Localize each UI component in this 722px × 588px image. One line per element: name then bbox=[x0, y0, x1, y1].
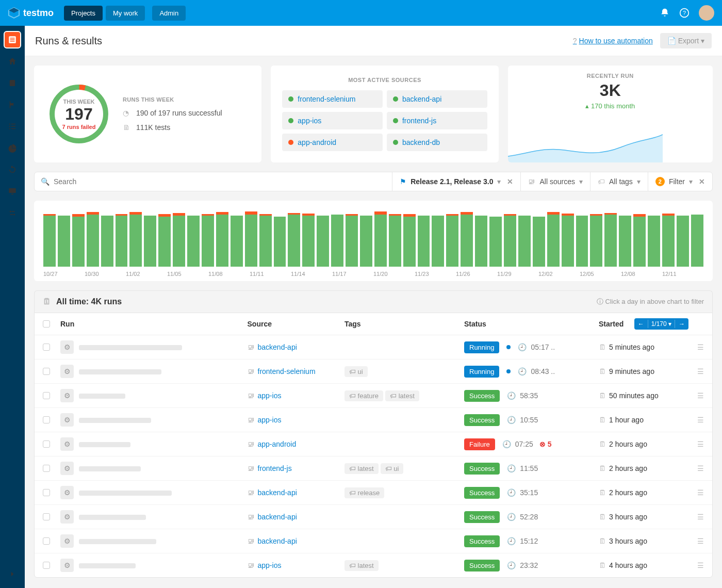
source-link[interactable]: 🖳backend-api bbox=[248, 488, 345, 497]
row-checkbox[interactable] bbox=[43, 416, 50, 423]
gear-button[interactable]: ⚙ bbox=[60, 437, 74, 451]
bar[interactable] bbox=[274, 210, 286, 267]
bar[interactable] bbox=[418, 210, 430, 267]
bar[interactable] bbox=[547, 210, 560, 267]
tag-chip[interactable]: 🏷 release bbox=[344, 487, 384, 498]
source-chip[interactable]: app-ios bbox=[282, 112, 383, 129]
table-row[interactable]: ⚙ 🖳backend-api 🏷 release Success🕘35:15 🗓… bbox=[35, 481, 712, 505]
bar[interactable] bbox=[173, 210, 185, 267]
row-checkbox[interactable] bbox=[43, 465, 50, 472]
sidebar-list-icon[interactable] bbox=[4, 118, 21, 135]
source-link[interactable]: 🖳frontend-selenium bbox=[248, 367, 345, 375]
source-chip[interactable]: app-android bbox=[282, 134, 383, 151]
bar[interactable] bbox=[245, 210, 257, 267]
row-checkbox[interactable] bbox=[43, 513, 50, 520]
sidebar-flag-icon[interactable] bbox=[4, 96, 21, 113]
source-chip[interactable]: backend-db bbox=[387, 134, 487, 151]
nav-admin[interactable]: Admin bbox=[152, 6, 186, 21]
pager-prev[interactable]: ← bbox=[634, 318, 648, 330]
row-menu-icon[interactable]: ☰ bbox=[688, 513, 704, 521]
table-row[interactable]: ⚙ 🖳frontend-js 🏷 latest🏷 ui Success🕘11:5… bbox=[35, 456, 712, 481]
source-chip[interactable]: backend-api bbox=[387, 90, 487, 108]
row-menu-icon[interactable]: ☰ bbox=[688, 343, 704, 351]
export-button[interactable]: 📄 Export ▾ bbox=[660, 33, 712, 48]
bar[interactable] bbox=[129, 210, 142, 267]
sidebar-refresh-icon[interactable] bbox=[4, 161, 21, 178]
gear-button[interactable]: ⚙ bbox=[60, 510, 74, 524]
pager-next[interactable]: → bbox=[675, 318, 688, 330]
bar[interactable] bbox=[360, 210, 372, 267]
row-menu-icon[interactable]: ☰ bbox=[688, 488, 704, 497]
table-row[interactable]: ⚙ 🖳backend-api Success🕘15:12 🗓3 hours ag… bbox=[35, 529, 712, 553]
bar[interactable] bbox=[187, 210, 200, 267]
row-menu-icon[interactable]: ☰ bbox=[688, 367, 704, 375]
row-checkbox[interactable] bbox=[43, 489, 50, 496]
bar[interactable] bbox=[288, 210, 300, 267]
tag-chip[interactable]: 🏷 ui bbox=[381, 463, 404, 474]
source-link[interactable]: 🖳backend-api bbox=[248, 537, 345, 545]
filter-button[interactable]: 2 Filter ▾ ✕ bbox=[648, 172, 712, 191]
bar[interactable] bbox=[461, 210, 473, 267]
bar[interactable] bbox=[374, 210, 387, 267]
bar[interactable] bbox=[144, 210, 156, 267]
bar[interactable] bbox=[576, 210, 588, 267]
bar[interactable] bbox=[58, 210, 70, 267]
nav-mywork[interactable]: My work bbox=[106, 6, 145, 21]
source-chip[interactable]: frontend-js bbox=[387, 112, 487, 129]
table-row[interactable]: ⚙ 🖳app-ios 🏷 latest Success🕘23:32 🗓4 hou… bbox=[35, 553, 712, 577]
row-menu-icon[interactable]: ☰ bbox=[688, 440, 704, 448]
bar[interactable] bbox=[72, 210, 85, 267]
row-menu-icon[interactable]: ☰ bbox=[688, 391, 704, 400]
gear-button[interactable]: ⚙ bbox=[60, 534, 74, 548]
tag-chip[interactable]: 🏷 latest bbox=[344, 560, 379, 571]
row-menu-icon[interactable]: ☰ bbox=[688, 464, 704, 472]
row-checkbox[interactable] bbox=[43, 392, 50, 399]
bar[interactable] bbox=[590, 210, 602, 267]
bar[interactable] bbox=[216, 210, 228, 267]
bar[interactable] bbox=[403, 210, 416, 267]
row-menu-icon[interactable]: ☰ bbox=[688, 416, 704, 424]
header-tags[interactable]: Tags bbox=[344, 320, 464, 328]
header-started[interactable]: Started ← 1/170 ▾ → bbox=[599, 318, 688, 330]
bar[interactable] bbox=[259, 210, 272, 267]
table-row[interactable]: ⚙ 🖳app-ios 🏷 feature🏷 latest Success🕘58:… bbox=[35, 384, 712, 408]
bar[interactable] bbox=[504, 210, 516, 267]
gear-button[interactable]: ⚙ bbox=[60, 486, 74, 499]
sidebar-settings-icon[interactable] bbox=[4, 204, 21, 222]
bar[interactable] bbox=[331, 210, 343, 267]
gear-button[interactable]: ⚙ bbox=[60, 462, 74, 475]
sources-filter[interactable]: 🖳 All sources ▾ bbox=[520, 172, 589, 191]
bar[interactable] bbox=[158, 210, 171, 267]
source-chip[interactable]: frontend-selenium bbox=[282, 90, 383, 108]
sidebar-book-icon[interactable] bbox=[4, 74, 21, 92]
bar[interactable] bbox=[677, 210, 689, 267]
clear-icon[interactable]: ✕ bbox=[507, 177, 513, 186]
bar[interactable] bbox=[475, 210, 487, 267]
header-status[interactable]: Status bbox=[464, 320, 599, 328]
source-link[interactable]: 🖳backend-api bbox=[248, 343, 345, 351]
tags-filter[interactable]: 🏷 All tags ▾ bbox=[590, 172, 648, 191]
bar[interactable] bbox=[604, 210, 617, 267]
bar[interactable] bbox=[518, 210, 531, 267]
gear-button[interactable]: ⚙ bbox=[60, 365, 74, 378]
row-checkbox[interactable] bbox=[43, 344, 50, 351]
nav-projects[interactable]: Projects bbox=[64, 6, 103, 21]
sidebar-home-icon[interactable] bbox=[4, 53, 21, 70]
source-link[interactable]: 🖳frontend-js bbox=[248, 464, 345, 472]
user-avatar[interactable] bbox=[699, 5, 714, 21]
row-menu-icon[interactable]: ☰ bbox=[688, 561, 704, 569]
sidebar-monitor-icon[interactable] bbox=[4, 183, 21, 200]
source-link[interactable]: 🖳app-android bbox=[248, 440, 345, 448]
gear-button[interactable]: ⚙ bbox=[60, 340, 74, 354]
bar[interactable] bbox=[533, 210, 545, 267]
header-source[interactable]: Source bbox=[248, 320, 345, 328]
milestone-filter[interactable]: ⚑ Release 2.1, Release 3.0 ▾ ✕ bbox=[392, 172, 520, 191]
bar[interactable] bbox=[691, 210, 703, 267]
table-row[interactable]: ⚙ 🖳app-android Failure🕘07:25⊗ 5 🗓2 hours… bbox=[35, 432, 712, 456]
select-all-checkbox[interactable] bbox=[43, 320, 50, 328]
bar[interactable] bbox=[302, 210, 315, 267]
bar[interactable] bbox=[648, 210, 660, 267]
bar[interactable] bbox=[317, 210, 329, 267]
bar[interactable] bbox=[562, 210, 574, 267]
sidebar-item-runs[interactable] bbox=[4, 31, 21, 48]
